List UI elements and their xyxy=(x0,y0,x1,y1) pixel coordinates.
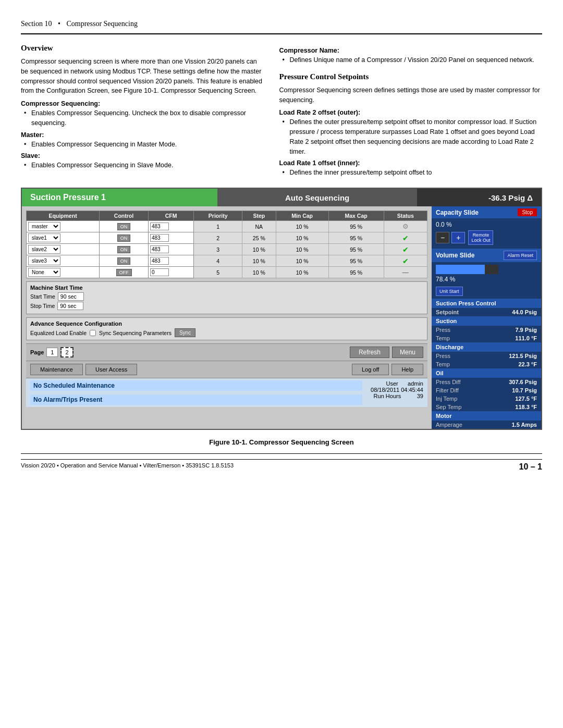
inj-temp-row: Inj Temp 127.5 °F xyxy=(432,394,541,403)
no-maintenance-status: No Scheduled Maintenance xyxy=(30,380,362,391)
stop-button[interactable]: Stop xyxy=(518,208,537,216)
run-hours-value: 39 xyxy=(417,393,423,399)
compressor-screen: Suction Pressure 1 Auto Sequencing -36.3… xyxy=(21,188,542,430)
cfm-input-3[interactable] xyxy=(150,257,169,265)
menu-button[interactable]: Menu xyxy=(392,347,423,358)
control-btn-1[interactable]: ON xyxy=(117,235,131,242)
suction-press-value: 7.9 Psig xyxy=(515,327,537,333)
screen-top-bar: Suction Pressure 1 Auto Sequencing -36.3… xyxy=(22,189,541,206)
amperage-row: Amperage 1.5 Amps xyxy=(432,421,541,429)
user-value: admin xyxy=(408,380,423,387)
page-label: Page xyxy=(30,349,44,355)
mincap-cell-1: 10 % xyxy=(276,232,328,244)
table-row: slave2ON310 %10 %95 %✔ xyxy=(27,244,427,255)
status-cell-0: ⚙ xyxy=(384,221,427,232)
sep-temp-row: Sep Temp 118.3 °F xyxy=(432,403,541,411)
unit-start-button[interactable]: Unit Start xyxy=(436,287,463,296)
mincap-cell-2: 10 % xyxy=(276,244,328,255)
cfm-input-2[interactable] xyxy=(150,245,169,253)
equip-select-1[interactable]: slave1 xyxy=(28,233,60,242)
col-right: Compressor Name: Defines Unique name of … xyxy=(279,44,542,179)
discharge-press-row: Press 121.5 Psig xyxy=(432,352,541,360)
run-hours-label: Run Hours xyxy=(374,393,401,399)
start-time-row: Start Time 90 sec xyxy=(30,292,423,301)
cap-plus-button[interactable]: + xyxy=(451,232,465,243)
control-btn-3[interactable]: ON xyxy=(117,257,131,265)
equip-select-4[interactable]: None xyxy=(28,268,60,277)
status-cell-1: ✔ xyxy=(384,232,427,244)
setpoint-value: 44.0 Psig xyxy=(512,309,537,315)
equip-select-3[interactable]: slave3 xyxy=(28,256,60,265)
equipment-table: Equipment Control CFM Priority Step Min … xyxy=(26,211,427,278)
refresh-button[interactable]: Refresh xyxy=(350,347,389,358)
discharge-temp-value: 22.3 °F xyxy=(518,361,537,367)
slave-label: Slave: xyxy=(21,152,264,159)
equip-select-2[interactable]: slave2 xyxy=(28,245,60,254)
machine-start-label: Machine Start Time xyxy=(30,285,423,291)
setpoint-row: Setpoint 44.0 Psig xyxy=(432,308,541,316)
sync-button[interactable]: Sync xyxy=(175,328,195,337)
discharge-temp-label: Temp xyxy=(436,361,450,367)
oil-header: Oil xyxy=(432,368,541,378)
control-btn-4[interactable]: OFF xyxy=(116,269,132,276)
adv-seq-section: Advance Sequence Configuration Equalized… xyxy=(26,317,427,340)
equalized-checkbox[interactable] xyxy=(90,330,96,336)
filter-diff-value: 10.7 Psig xyxy=(512,387,537,393)
volume-slide-header: Volume Slide Alarm Reset xyxy=(432,249,541,262)
logoff-button[interactable]: Log off xyxy=(352,364,389,375)
slave-bullet: Enables Compressor Sequencing in Slave M… xyxy=(21,161,264,170)
step-cell-0: NA xyxy=(242,221,276,232)
col-step: Step xyxy=(242,211,276,221)
suction-press-label: Press xyxy=(436,327,450,333)
priority-cell-1: 2 xyxy=(194,232,242,244)
overview-body: Compressor sequencing screen is where mo… xyxy=(21,57,264,96)
control-btn-0[interactable]: ON xyxy=(117,223,131,230)
discharge-press-value: 121.5 Psig xyxy=(509,353,537,359)
page-title: Compressor Sequencing xyxy=(66,20,137,28)
press-diff-row: Press Diff 307.6 Psig xyxy=(432,378,541,386)
col-left: Overview Compressor sequencing screen is… xyxy=(21,44,264,179)
equip-select-0[interactable]: master xyxy=(28,222,60,231)
cap-minus-button[interactable]: − xyxy=(436,232,449,243)
maintenance-button[interactable]: Maintenance xyxy=(30,364,83,375)
cfm-input-0[interactable] xyxy=(150,223,169,230)
cfm-input-1[interactable] xyxy=(150,234,169,242)
stop-time-label: Stop Time xyxy=(30,303,55,309)
help-button[interactable]: Help xyxy=(391,364,423,375)
capacity-percent: 0.0 % xyxy=(436,221,537,228)
screen-main: Equipment Control CFM Priority Step Min … xyxy=(22,206,541,429)
user-access-button[interactable]: User Access xyxy=(85,364,137,375)
maxcap-cell-1: 95 % xyxy=(328,232,384,244)
page1-button[interactable]: 1 xyxy=(46,348,58,357)
delta-pressure-label: -36.3 Psig Δ xyxy=(417,189,541,206)
priority-cell-0: 1 xyxy=(194,221,242,232)
status-right: User admin 08/18/2011 04:45:44 Run Hours… xyxy=(366,378,427,401)
footer-left: Vission 20/20 • Operation and Service Ma… xyxy=(21,462,234,472)
capacity-slide-header: Capacity Slide Stop xyxy=(432,206,541,218)
machine-start-section: Machine Start Time Start Time 90 sec Sto… xyxy=(26,281,427,314)
amperage-label: Amperage xyxy=(436,422,462,428)
pressure-heading: Pressure Control Setpoints xyxy=(279,72,542,81)
dash-icon: — xyxy=(402,269,409,276)
remote-lockout-button[interactable]: RemoteLock Out xyxy=(468,230,493,245)
suction-press-header: Suction Press Control xyxy=(432,299,541,308)
figure-caption: Figure 10-1. Compressor Sequencing Scree… xyxy=(21,438,542,446)
control-btn-2[interactable]: ON xyxy=(117,246,131,253)
step-cell-1: 25 % xyxy=(242,232,276,244)
alarm-reset-button[interactable]: Alarm Reset xyxy=(504,251,537,260)
discharge-section: Discharge Press 121.5 Psig Temp 22.3 °F xyxy=(432,342,541,368)
cap-slide-label: Capacity Slide xyxy=(436,209,479,216)
intro-section: Overview Compressor sequencing screen is… xyxy=(21,44,542,179)
load-rate1-label: Load Rate 1 offset (inner): xyxy=(279,159,542,167)
step-cell-2: 10 % xyxy=(242,244,276,255)
sep-temp-value: 118.3 °F xyxy=(515,404,537,410)
cfm-input-4[interactable] xyxy=(150,268,169,276)
discharge-press-label: Press xyxy=(436,353,450,359)
page2-button[interactable]: 2 xyxy=(60,347,73,357)
status-left: No Scheduled Maintenance No Alarm/Trips … xyxy=(26,378,366,407)
adv-seq-row: Equalized Load Enable Sync Sequencing Pa… xyxy=(30,328,423,337)
filter-diff-row: Filter Diff 10.7 Psig xyxy=(432,386,541,394)
stop-time-value: 90 sec xyxy=(57,302,83,310)
start-time-label: Start Time xyxy=(30,293,55,300)
col-priority: Priority xyxy=(194,211,242,221)
